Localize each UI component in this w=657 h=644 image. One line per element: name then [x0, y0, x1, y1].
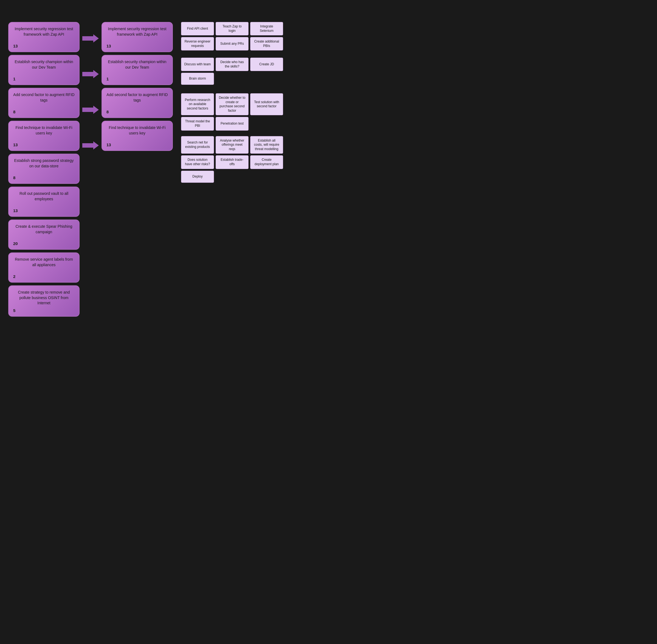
task-card-tg-2-2[interactable]: Decide who has the skills?: [216, 58, 249, 71]
task-card-tg-1-5[interactable]: Submit any PRs: [216, 37, 249, 50]
backlog-card-title: Establish security champion within our D…: [13, 59, 75, 70]
arrows-column: [79, 22, 101, 340]
backlog-card-6[interactable]: Roll out password vault to all employees…: [8, 187, 79, 217]
arrow-shape-2: [82, 70, 99, 78]
backlog-card-points: 8: [13, 110, 75, 114]
task-card-tg-4-2[interactable]: Analyse whether offerings meet reqs: [216, 136, 249, 154]
task-group-3: Perform research on available second fac…: [181, 93, 296, 131]
selected-card-title: Implement security regression test frame…: [107, 26, 168, 37]
selected-column: Implement security regression test frame…: [101, 22, 173, 329]
backlog-card-title: Implement security regression test frame…: [13, 26, 75, 37]
selected-card-title: Find technique to invalidate Wi-Fi users…: [107, 125, 168, 136]
backlog-card-8[interactable]: Remove service agent labels from all app…: [8, 252, 79, 283]
backlog-card-title: Add second factor to augment RFID tags: [13, 92, 75, 103]
backlog-card-9[interactable]: Create strategy to remove and pollute bu…: [8, 285, 79, 317]
task-card-tg-4-1[interactable]: Search net for existing products: [181, 136, 214, 154]
selected-card-title: Add second factor to augment RFID tags: [107, 92, 168, 103]
task-card-tg-4-4[interactable]: Does solution have other risks?: [181, 155, 214, 169]
backlog-card-points: 1: [13, 76, 75, 81]
task-card-tg-2-1[interactable]: Discuss with team: [181, 58, 214, 71]
selected-card-2[interactable]: Establish security champion within our D…: [101, 55, 173, 85]
arrow-block-3: [82, 93, 99, 126]
backlog-card-4[interactable]: Find technique to invalidate Wi-Fi users…: [8, 121, 79, 151]
selected-card-points: 8: [107, 110, 168, 114]
arrow-shape-4: [82, 141, 99, 150]
task-card-tg-3-4[interactable]: Threat model the PBI: [181, 117, 214, 130]
task-card-tg-1-1[interactable]: Find API client: [181, 22, 214, 36]
task-card-tg-4-3[interactable]: Establish all costs, will require threat…: [250, 136, 283, 154]
backlog-card-3[interactable]: Add second factor to augment RFID tags 8: [8, 88, 79, 118]
task-group-2: Discuss with teamDecide who has the skil…: [181, 58, 296, 88]
arrow-block-2: [82, 58, 99, 91]
backlog-card-7[interactable]: Create & execute Spear Phishing campaign…: [8, 220, 79, 250]
backlog-card-title: Create & execute Spear Phishing campaign: [13, 224, 75, 235]
task-card-tg-3-1[interactable]: Perform research on available second fac…: [181, 93, 214, 115]
task-card-tg-4-6[interactable]: Create deployment plan: [250, 155, 283, 169]
selected-card-1[interactable]: Implement security regression test frame…: [101, 22, 173, 52]
task-card-tg-4-7[interactable]: Deploy: [181, 171, 214, 183]
task-card-tg-1-2[interactable]: Teach Zap to login: [216, 22, 249, 36]
task-group-1: Find API clientTeach Zap to loginIntegra…: [181, 22, 296, 52]
task-group-4: Search net for existing productsAnalyse …: [181, 136, 296, 183]
selected-card-3[interactable]: Add second factor to augment RFID tags 8: [101, 88, 173, 118]
backlog-card-points: 13: [13, 44, 75, 48]
backlog-column: Implement security regression test frame…: [8, 22, 79, 317]
backlog-card-2[interactable]: Establish security champion within our D…: [8, 55, 79, 85]
backlog-card-points: 2: [13, 274, 75, 279]
backlog-card-points: 8: [13, 175, 75, 180]
task-card-tg-3-2[interactable]: Decide whether to create or purchase sec…: [216, 93, 249, 115]
task-card-tg-3-5[interactable]: Penetration test: [216, 117, 249, 130]
arrow-block-1: [82, 22, 99, 55]
selected-card-title: Establish security champion within our D…: [107, 59, 168, 70]
selected-card-4[interactable]: Find technique to invalidate Wi-Fi users…: [101, 121, 173, 151]
arrow-shape-3: [82, 106, 99, 114]
backlog-card-1[interactable]: Implement security regression test frame…: [8, 22, 79, 52]
task-card-tg-1-6[interactable]: Create additional PBIs: [250, 37, 283, 50]
task-card-tg-1-4[interactable]: Reverse engineer requests: [181, 37, 214, 50]
backlog-card-5[interactable]: Establish strong password strategy on ou…: [8, 154, 79, 184]
selected-card-points: 1: [107, 76, 168, 81]
backlog-card-title: Remove service agent labels from all app…: [13, 257, 75, 268]
main-layout: Implement security regression test frame…: [8, 22, 649, 340]
task-card-tg-3-3[interactable]: Test solution with second factor: [250, 93, 283, 115]
selected-card-points: 13: [107, 142, 168, 147]
backlog-card-title: Find technique to invalidate Wi-Fi users…: [13, 125, 75, 136]
task-card-tg-4-5[interactable]: Establish trade-offs: [216, 155, 249, 169]
arrow-shape-1: [82, 34, 99, 43]
selected-card-points: 13: [107, 44, 168, 48]
arrow-block-4: [82, 129, 99, 162]
task-card-tg-2-3[interactable]: Create JD: [250, 58, 283, 71]
backlog-card-title: Establish strong password strategy on ou…: [13, 158, 75, 169]
backlog-card-title: Roll out password vault to all employees: [13, 191, 75, 202]
task-card-tg-1-3[interactable]: Integrate Selenium: [250, 22, 283, 36]
backlog-card-points: 20: [13, 241, 75, 246]
tasks-section: Find API clientTeach Zap to loginIntegra…: [181, 22, 296, 183]
backlog-card-points: 5: [13, 308, 75, 313]
task-card-tg-2-4[interactable]: Brain storm: [181, 73, 214, 85]
backlog-card-title: Create strategy to remove and pollute bu…: [13, 290, 75, 306]
backlog-card-points: 13: [13, 142, 75, 147]
backlog-card-points: 13: [13, 208, 75, 213]
